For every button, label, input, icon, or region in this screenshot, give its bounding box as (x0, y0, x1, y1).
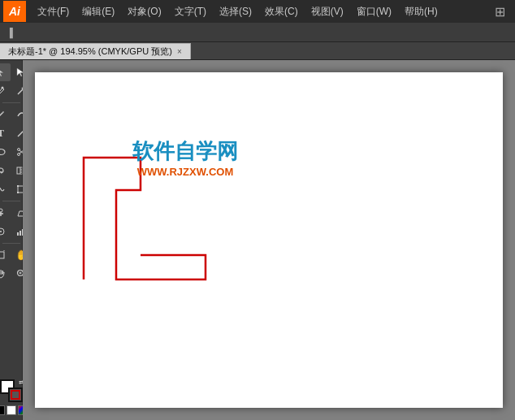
ellipse-tool[interactable] (0, 143, 11, 161)
menu-select[interactable]: 选择(S) (213, 0, 258, 23)
black-swatch[interactable] (0, 405, 5, 415)
puppet-warp-tool[interactable] (0, 204, 11, 222)
type-tool[interactable]: T (0, 124, 11, 142)
svg-point-20 (0, 209, 2, 212)
menu-effect[interactable]: 效果(C) (258, 0, 305, 23)
color-swatches: ⇄ (0, 379, 23, 402)
toolbar-controls: ▐ (0, 28, 13, 37)
title-bar: Ai 文件(F) 编辑(E) 对象(O) 文字(T) 选择(S) 效果(C) 视… (0, 0, 515, 23)
menu-object[interactable]: 对象(O) (121, 0, 167, 23)
document-tab[interactable]: 未标题-1* @ 194.95% (CMYK/GPU 预览) × (0, 43, 191, 59)
svg-rect-26 (17, 232, 19, 236)
white-swatch[interactable] (6, 405, 16, 415)
canvas-document: 软件自学网 WWW.RJZXW.COM (35, 72, 503, 408)
symbol-tool[interactable] (0, 223, 11, 240)
svg-point-25 (0, 231, 2, 232)
tab-close-button[interactable]: × (177, 47, 182, 56)
tool-divider-2 (2, 201, 20, 201)
svg-rect-16 (17, 185, 19, 187)
selection-tool[interactable] (0, 63, 11, 81)
left-toolbar: T (0, 60, 23, 420)
svg-rect-18 (17, 192, 19, 193)
red-polygon-shape[interactable] (76, 149, 238, 296)
rotate-tool[interactable] (0, 162, 11, 180)
layout-icon[interactable]: ⊞ (488, 0, 512, 23)
svg-rect-30 (0, 252, 4, 258)
menu-text[interactable]: 文字(T) (168, 0, 213, 23)
menu-help[interactable]: 帮助(H) (398, 0, 444, 23)
menu-view[interactable]: 视图(V) (305, 0, 350, 23)
tab-title: 未标题-1* @ 194.95% (CMYK/GPU 预览) (8, 45, 172, 58)
pen-tool[interactable] (0, 82, 11, 100)
main-area: T (0, 60, 515, 420)
tab-bar: 未标题-1* @ 194.95% (CMYK/GPU 预览) × (0, 42, 515, 60)
menu-bar: 文件(F) 编辑(E) 对象(O) 文字(T) 选择(S) 效果(C) 视图(V… (31, 0, 512, 23)
stroke-color-swatch[interactable] (8, 388, 23, 402)
pencil-tool[interactable] (0, 106, 11, 123)
warp-tool[interactable] (0, 180, 11, 198)
ruler-indicator: ▐ (6, 28, 13, 37)
svg-marker-0 (0, 68, 3, 76)
canvas-area[interactable]: 软件自学网 WWW.RJZXW.COM (23, 60, 515, 420)
svg-point-2 (2, 87, 4, 89)
menu-window[interactable]: 窗口(W) (350, 0, 398, 23)
menu-edit[interactable]: 编辑(E) (76, 0, 121, 23)
app-logo: Ai (3, 1, 26, 22)
tool-divider-3 (2, 243, 20, 244)
menu-file[interactable]: 文件(F) (31, 0, 76, 23)
svg-rect-12 (17, 167, 20, 174)
svg-rect-27 (19, 231, 21, 236)
hand-tool-2[interactable] (0, 265, 11, 283)
secondary-toolbar: ▐ (0, 23, 515, 42)
artboard-tool[interactable] (0, 246, 11, 264)
svg-point-6 (0, 149, 5, 155)
tool-divider-1 (2, 102, 20, 103)
